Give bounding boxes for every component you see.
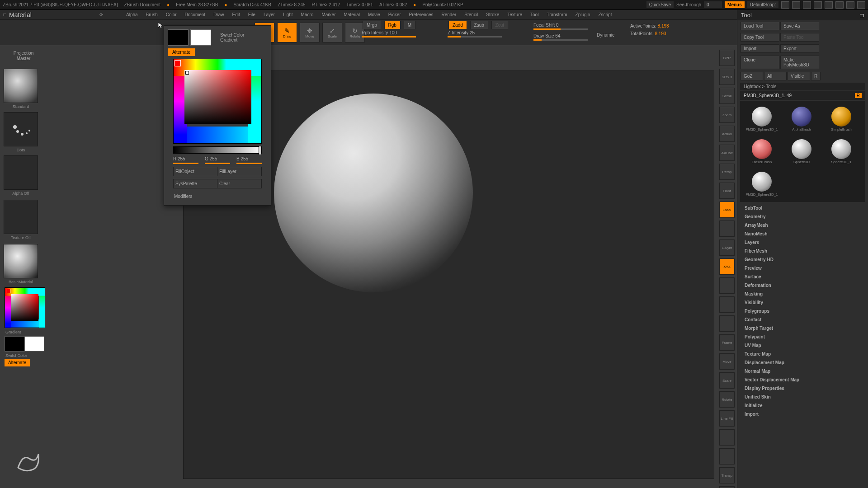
rvbtn-blank-14[interactable] [719, 315, 735, 332]
menu-zscript[interactable]: Zscript [594, 10, 616, 19]
refresh-icon[interactable]: ⟳ [99, 12, 103, 17]
menu-light[interactable]: Light [279, 10, 297, 19]
section-layers[interactable]: Layers [740, 238, 865, 247]
rvbtn-persp[interactable]: Persp [719, 164, 735, 180]
section-polypaint[interactable]: Polypaint [740, 333, 865, 341]
primary-color-swatch[interactable] [24, 336, 44, 352]
section-initialize[interactable]: Initialize [740, 401, 865, 410]
section-normal-map[interactable]: Normal Map [740, 367, 865, 375]
menu-layer[interactable]: Layer [259, 10, 279, 19]
section-masking[interactable]: Masking [740, 290, 865, 298]
modifiers-section[interactable]: Modifiers [168, 191, 267, 202]
popup-alternate-button[interactable]: Alternate [168, 48, 195, 56]
section-uv-map[interactable]: UV Map [740, 341, 865, 350]
rvbtn-rotate[interactable]: Rotate [719, 391, 735, 408]
clear-button[interactable]: Clear [217, 179, 261, 188]
rvbtn-l.sym[interactable]: L.Sym [719, 239, 735, 256]
menu-brush[interactable]: Brush [142, 10, 162, 19]
rvbtn-aahalf[interactable]: AAHalf [719, 145, 735, 161]
import-button[interactable]: Import [741, 44, 779, 53]
zcut-button[interactable]: Zcut [491, 21, 508, 29]
draw-size-slider[interactable]: Draw Size 64 [533, 33, 588, 41]
rvbtn-zoom[interactable]: Zoom [719, 107, 735, 123]
menu-file[interactable]: File [244, 10, 259, 19]
seethrough-slider[interactable]: 0 [704, 1, 722, 8]
save-as-button[interactable]: Save As [780, 22, 819, 30]
tool-item-eraserbrush[interactable]: EraserBrush [742, 135, 782, 168]
all-button[interactable]: All [764, 72, 787, 80]
rvbtn-scroll[interactable]: Scroll [719, 88, 735, 104]
z-intensity-slider[interactable]: Z Intensity 25 [448, 30, 509, 38]
popup-primary-swatch[interactable] [190, 29, 211, 46]
menu-stencil[interactable]: Stencil [460, 10, 482, 19]
material-thumb[interactable]: BasicMaterial [4, 244, 38, 278]
draw-button[interactable]: ✎Draw [277, 23, 297, 42]
visible-button[interactable]: Visible [788, 72, 810, 80]
tool-item-alphabrush[interactable]: AlphaBrush [782, 103, 821, 135]
make-polymesh-button[interactable]: Make PolyMesh3D [780, 56, 819, 69]
menu-tool[interactable]: Tool [526, 10, 542, 19]
rvbtn-line-fill[interactable]: Line Fill [719, 410, 735, 427]
fillobject-button[interactable]: FillObject [174, 167, 217, 176]
alpha-thumb[interactable]: Alpha Off [4, 155, 38, 190]
minimize-icon[interactable] [835, 1, 844, 9]
rvbtn-blank-12[interactable] [719, 277, 735, 294]
menu-marker[interactable]: Marker [317, 10, 340, 19]
menu-preferences[interactable]: Preferences [405, 10, 438, 19]
menu-document[interactable]: Document [181, 10, 210, 19]
section-geometry-hd[interactable]: Geometry HD [740, 255, 865, 264]
rvbtn-transp[interactable]: Transp [719, 467, 735, 483]
maximize-icon[interactable] [846, 1, 854, 9]
section-contact[interactable]: Contact [740, 315, 865, 324]
menu-render[interactable]: Render [438, 10, 461, 19]
color-picker[interactable] [173, 59, 262, 144]
menu-alpha[interactable]: Alpha [122, 10, 142, 19]
quicksave-button[interactable]: QuickSave [646, 1, 674, 8]
menu-edit[interactable]: Edit [228, 10, 244, 19]
scale-button[interactable]: ⤢Scale [322, 23, 342, 42]
filllayer-button[interactable]: FillLayer [217, 167, 261, 176]
rgb-button[interactable]: Rgb [384, 21, 401, 29]
menu-color[interactable]: Color [162, 10, 181, 19]
rvbtn-actual[interactable]: Actual [719, 126, 735, 142]
section-displacement-map[interactable]: Displacement Map [740, 358, 865, 367]
dynamic-toggle[interactable]: Dynamic [597, 33, 614, 38]
section-vector-displacement-map[interactable]: Vector Displacement Map [740, 375, 865, 384]
popup-gradient[interactable]: Gradient [220, 38, 244, 42]
stroke-thumb[interactable]: Dots [4, 112, 38, 146]
panel-expand-icon[interactable]: ⊐ [859, 12, 864, 19]
tool-item-sphere3d_1[interactable]: Sphere3D_1 [821, 135, 861, 168]
zadd-button[interactable]: Zadd [448, 21, 467, 29]
rvbtn-blank-20[interactable] [719, 429, 735, 446]
menu-material[interactable]: Material [340, 10, 364, 19]
lightbox-tools[interactable]: Lightbox > Tools [740, 83, 865, 90]
focal-shift-slider[interactable]: Focal Shift 0 [533, 23, 588, 30]
section-display-properties[interactable]: Display Properties [740, 384, 865, 393]
section-import[interactable]: Import [740, 410, 865, 418]
projection-master-button[interactable]: ProjectionMaster [7, 48, 40, 64]
rvbtn-frame[interactable]: Frame [719, 334, 735, 351]
zsub-button[interactable]: Zsub [470, 21, 488, 29]
menu-stroke[interactable]: Stroke [482, 10, 503, 19]
menu-macro[interactable]: Macro [297, 10, 318, 19]
close-icon[interactable] [857, 1, 865, 9]
rvbtn-scale[interactable]: Scale [719, 372, 735, 389]
section-subtool[interactable]: SubTool [740, 204, 865, 212]
section-visibility[interactable]: Visibility [740, 298, 865, 307]
rvbtn-blank-21[interactable] [719, 448, 735, 465]
tool-item-pm3d_sphere3d_1[interactable]: PM3D_Sphere3D_1 [742, 168, 782, 200]
rvbtn-xyz[interactable]: XYZ [719, 258, 735, 275]
arrow-right-icon[interactable] [825, 1, 833, 9]
current-tool-name[interactable]: PM3D_Sphere3D_1. 49R [740, 91, 865, 100]
g-slider[interactable]: G 255 [205, 156, 230, 164]
tool-item-simplebrush[interactable]: SimpleBrush [821, 103, 861, 135]
menu-picker[interactable]: Picker [384, 10, 405, 19]
menu-zplugin[interactable]: Zplugin [571, 10, 594, 19]
layout-icon[interactable] [792, 1, 800, 9]
rvbtn-blank-13[interactable] [719, 296, 735, 313]
section-geometry[interactable]: Geometry [740, 212, 865, 221]
paste-tool-button[interactable]: Paste Tool [780, 33, 819, 42]
rvbtn-floor[interactable]: Floor [719, 183, 735, 199]
default-script[interactable]: DefaultScript [747, 1, 778, 8]
syspalette-button[interactable]: SysPalette [174, 179, 217, 188]
